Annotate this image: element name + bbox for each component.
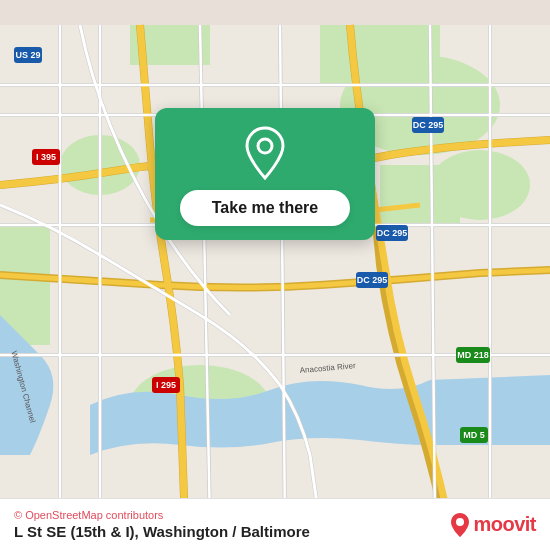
- svg-text:MD 5: MD 5: [463, 430, 485, 440]
- svg-rect-8: [380, 165, 460, 225]
- svg-point-50: [258, 139, 272, 153]
- svg-rect-2: [320, 25, 440, 85]
- location-name: L St SE (15th & I), Washington / Baltimo…: [14, 523, 310, 540]
- moovit-brand-name: moovit: [473, 513, 536, 536]
- moovit-logo: moovit: [449, 512, 536, 538]
- location-pin-icon: [238, 126, 292, 180]
- bottom-info: © OpenStreetMap contributors L St SE (15…: [14, 509, 310, 540]
- popup-card: Take me there: [155, 108, 375, 240]
- osm-credit: © OpenStreetMap contributors: [14, 509, 310, 521]
- map-container: Anacostia River Washington Channel US 29…: [0, 0, 550, 550]
- take-me-there-button[interactable]: Take me there: [180, 190, 350, 226]
- svg-text:US 29: US 29: [15, 50, 40, 60]
- svg-text:I 295: I 295: [156, 380, 176, 390]
- svg-text:MD 218: MD 218: [457, 350, 489, 360]
- svg-text:DC 295: DC 295: [377, 228, 408, 238]
- svg-text:DC 295: DC 295: [413, 120, 444, 130]
- svg-point-51: [456, 518, 464, 526]
- svg-text:I 395: I 395: [36, 152, 56, 162]
- bottom-bar: © OpenStreetMap contributors L St SE (15…: [0, 498, 550, 550]
- svg-text:DC 295: DC 295: [357, 275, 388, 285]
